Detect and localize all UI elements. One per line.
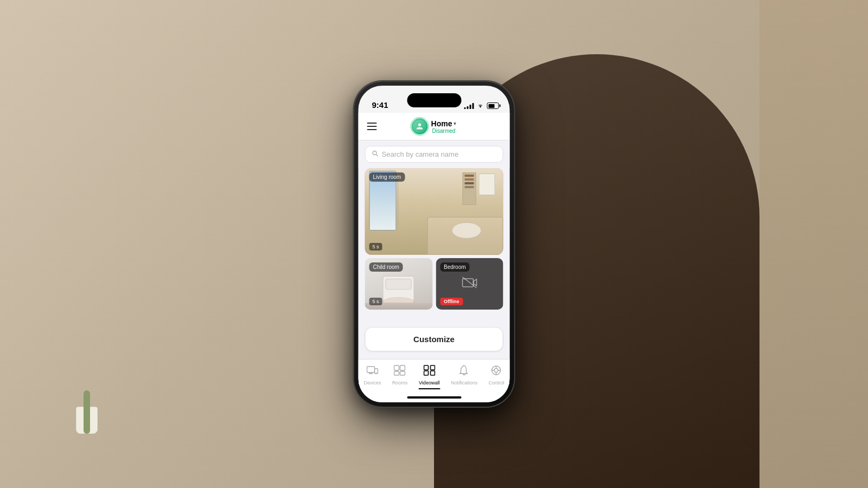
search-bar[interactable]: Search by camera name (365, 146, 503, 163)
devices-icon (367, 365, 379, 378)
svg-rect-8 (394, 365, 399, 370)
phone-shell: 9:41 (354, 81, 514, 407)
search-placeholder-text: Search by camera name (382, 150, 459, 158)
notifications-nav-label: Notifications (451, 380, 477, 386)
wifi-icon (477, 102, 484, 110)
rooms-nav-label: Rooms (392, 380, 408, 386)
nav-item-control[interactable]: Control (484, 364, 508, 390)
search-icon (372, 150, 379, 158)
nav-item-notifications[interactable]: Notifications (446, 364, 482, 390)
search-container: Search by camera name (359, 140, 510, 168)
bedroom-label: Bedroom (440, 262, 470, 272)
svg-rect-11 (400, 371, 405, 375)
camera-grid: Living room 5 s (359, 168, 510, 322)
devices-nav-label: Devices (364, 380, 381, 386)
living-room-camera[interactable]: Living room 5 s (365, 168, 503, 255)
offline-badge: Offline (440, 298, 463, 305)
app-header: Home ▾ Disarmed (359, 113, 510, 140)
home-name-row[interactable]: Home ▾ (431, 119, 457, 128)
phone-screen: 9:41 (359, 86, 510, 402)
svg-rect-13 (430, 365, 435, 370)
child-room-camera[interactable]: Child room 5 s (365, 258, 433, 310)
svg-rect-12 (424, 365, 428, 370)
home-name-label: Home (431, 119, 452, 128)
phone-device: 9:41 (354, 81, 514, 407)
home-avatar (412, 118, 428, 134)
home-indicator-bar (407, 396, 461, 399)
videowall-icon (423, 366, 435, 378)
svg-line-2 (376, 155, 378, 156)
dynamic-island (407, 93, 461, 107)
lr-painting (479, 174, 495, 195)
decorative-plant (54, 325, 119, 434)
lr-lamp-post (398, 176, 399, 225)
nav-item-devices[interactable]: Devices (360, 364, 386, 390)
child-room-label: Child room (369, 262, 403, 272)
home-indicator (359, 393, 510, 402)
signal-bars-icon (464, 102, 474, 109)
svg-point-7 (376, 373, 376, 373)
customize-button[interactable]: Customize (365, 327, 503, 351)
videowall-nav-label: Videowall (419, 380, 439, 386)
lr-bookshelf (463, 172, 476, 205)
control-nav-label: Control (488, 380, 504, 386)
home-dropdown-chevron: ▾ (454, 121, 456, 126)
bottom-navigation: Devices Rooms (359, 359, 510, 393)
menu-button[interactable] (367, 123, 377, 130)
battery-icon (487, 102, 499, 109)
camera-row-bottom: Child room 5 s (365, 258, 503, 310)
videowall-active-line (418, 388, 440, 389)
living-room-label: Living room (369, 172, 405, 182)
svg-rect-14 (424, 371, 428, 375)
nav-item-videowall[interactable]: Videowall (414, 364, 444, 390)
notifications-icon (459, 365, 469, 378)
svg-rect-3 (462, 279, 473, 287)
svg-rect-5 (367, 367, 375, 373)
living-room-timer: 5 s (369, 243, 382, 251)
svg-point-0 (480, 107, 481, 108)
svg-point-17 (494, 369, 498, 373)
rooms-icon (394, 365, 406, 378)
svg-rect-9 (400, 365, 405, 370)
videowall-active-indicator (423, 365, 435, 378)
disarmed-badge: Disarmed (432, 128, 456, 134)
control-icon (490, 365, 502, 378)
decorative-curtain (760, 0, 868, 488)
status-time: 9:41 (369, 100, 388, 110)
bedroom-camera[interactable]: Bedroom Offline (436, 258, 503, 310)
nav-item-rooms[interactable]: Rooms (388, 364, 412, 390)
customize-section: Customize (359, 322, 510, 359)
svg-rect-10 (394, 371, 399, 375)
lr-coffee-table (452, 222, 482, 239)
home-text-group: Home ▾ Disarmed (431, 119, 457, 134)
svg-rect-15 (430, 371, 435, 375)
app-content: Home ▾ Disarmed (359, 113, 510, 402)
home-title-area: Home ▾ Disarmed (412, 118, 457, 134)
child-room-timer: 5 s (369, 298, 382, 305)
status-icons (464, 102, 499, 110)
camera-off-icon (461, 276, 477, 292)
